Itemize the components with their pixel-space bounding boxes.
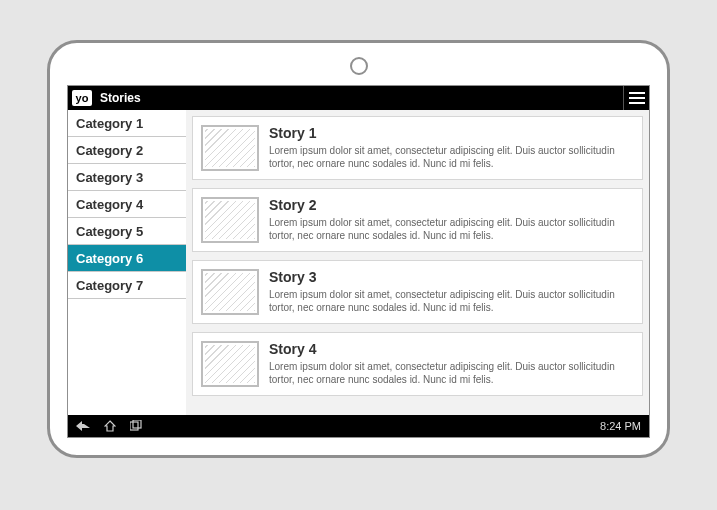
- sidebar-item-label: Category 5: [76, 224, 143, 239]
- story-item[interactable]: Story 2 Lorem ipsum dolor sit amet, cons…: [192, 188, 643, 252]
- sidebar-item[interactable]: Category 5: [68, 218, 186, 245]
- sidebar-item-label: Category 4: [76, 197, 143, 212]
- category-sidebar: Category 1 Category 2 Category 3 Categor…: [68, 110, 186, 415]
- story-body: Story 2 Lorem ipsum dolor sit amet, cons…: [269, 197, 634, 243]
- sidebar-item[interactable]: Category 4: [68, 191, 186, 218]
- story-body: Story 3 Lorem ipsum dolor sit amet, cons…: [269, 269, 634, 315]
- topbar: yo Stories: [68, 86, 649, 110]
- sidebar-item-label: Category 1: [76, 116, 143, 131]
- story-list[interactable]: Story 1 Lorem ipsum dolor sit amet, cons…: [186, 110, 649, 415]
- sidebar-item[interactable]: Category 6: [68, 245, 186, 272]
- thumbnail-placeholder-icon: [201, 125, 259, 171]
- sidebar-item[interactable]: Category 3: [68, 164, 186, 191]
- thumbnail-placeholder-icon: [201, 197, 259, 243]
- story-title: Story 1: [269, 125, 634, 141]
- story-desc: Lorem ipsum dolor sit amet, consectetur …: [269, 216, 634, 242]
- home-button[interactable]: [104, 420, 116, 432]
- story-desc: Lorem ipsum dolor sit amet, consectetur …: [269, 360, 634, 386]
- story-title: Story 3: [269, 269, 634, 285]
- hamburger-icon: [629, 92, 645, 104]
- content: Category 1 Category 2 Category 3 Categor…: [68, 110, 649, 415]
- story-title: Story 4: [269, 341, 634, 357]
- back-button[interactable]: [76, 421, 90, 431]
- sidebar-item-label: Category 2: [76, 143, 143, 158]
- sidebar-item-label: Category 6: [76, 251, 143, 266]
- story-desc: Lorem ipsum dolor sit amet, consectetur …: [269, 144, 634, 170]
- thumbnail-placeholder-icon: [201, 341, 259, 387]
- recent-apps-icon: [130, 420, 142, 432]
- story-title: Story 2: [269, 197, 634, 213]
- screen: yo Stories Category 1 Category 2 Categor…: [67, 85, 650, 438]
- back-arrow-icon: [76, 421, 90, 431]
- sidebar-item[interactable]: Category 7: [68, 272, 186, 299]
- sidebar-item-label: Category 7: [76, 278, 143, 293]
- svg-rect-2: [629, 102, 645, 104]
- sidebar-item-label: Category 3: [76, 170, 143, 185]
- app-logo[interactable]: yo: [72, 90, 92, 106]
- camera-icon: [350, 57, 368, 75]
- story-item[interactable]: Story 1 Lorem ipsum dolor sit amet, cons…: [192, 116, 643, 180]
- canvas: yo Stories Category 1 Category 2 Categor…: [0, 0, 717, 510]
- story-body: Story 4 Lorem ipsum dolor sit amet, cons…: [269, 341, 634, 387]
- svg-rect-1: [629, 97, 645, 99]
- bottombar: 8:24 PM: [68, 415, 649, 437]
- sidebar-item[interactable]: Category 1: [68, 110, 186, 137]
- menu-button[interactable]: [623, 86, 649, 110]
- recent-apps-button[interactable]: [130, 420, 142, 432]
- svg-rect-4: [133, 420, 141, 428]
- story-desc: Lorem ipsum dolor sit amet, consectetur …: [269, 288, 634, 314]
- story-item[interactable]: Story 4 Lorem ipsum dolor sit amet, cons…: [192, 332, 643, 396]
- svg-rect-3: [130, 422, 138, 430]
- svg-rect-0: [629, 92, 645, 94]
- home-icon: [104, 420, 116, 432]
- story-item[interactable]: Story 3 Lorem ipsum dolor sit amet, cons…: [192, 260, 643, 324]
- thumbnail-placeholder-icon: [201, 269, 259, 315]
- sidebar-item[interactable]: Category 2: [68, 137, 186, 164]
- story-body: Story 1 Lorem ipsum dolor sit amet, cons…: [269, 125, 634, 171]
- clock: 8:24 PM: [600, 420, 641, 432]
- tablet-frame: yo Stories Category 1 Category 2 Categor…: [47, 40, 670, 458]
- page-title: Stories: [100, 91, 141, 105]
